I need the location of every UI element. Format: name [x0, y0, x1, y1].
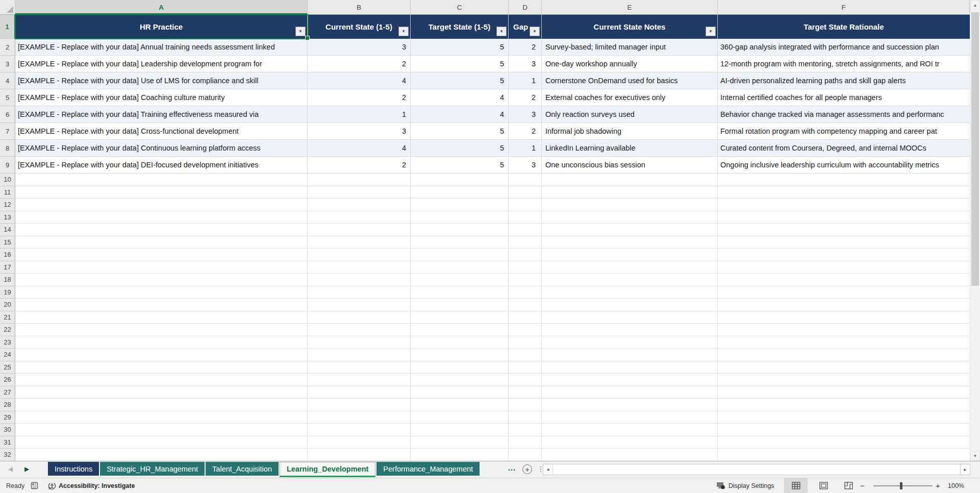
cell-B8[interactable]: 4: [308, 140, 411, 157]
row-header-31[interactable]: 31: [0, 436, 15, 449]
cell-F8[interactable]: Curated content from Coursera, Degreed, …: [718, 140, 970, 157]
cell-D14[interactable]: [509, 224, 542, 236]
row-header-10[interactable]: 10: [0, 174, 15, 186]
cell-E16[interactable]: [542, 249, 718, 261]
cell-B19[interactable]: [308, 286, 411, 299]
cell-D27[interactable]: [509, 386, 542, 399]
cell-B15[interactable]: [308, 236, 411, 249]
cell-B7[interactable]: 3: [308, 123, 411, 140]
cell-A9[interactable]: [EXAMPLE - Replace with your data] DEI-f…: [15, 157, 308, 174]
cell-E32[interactable]: [542, 449, 718, 461]
cell-C20[interactable]: [411, 299, 509, 311]
cell-C30[interactable]: [411, 424, 509, 436]
cell-D20[interactable]: [509, 299, 542, 311]
cell-A19[interactable]: [15, 286, 308, 299]
cell-A11[interactable]: [15, 186, 308, 199]
cell-A23[interactable]: [15, 336, 308, 349]
cell-D13[interactable]: [509, 211, 542, 224]
vertical-scrollbar[interactable]: ▲ ▼: [970, 0, 980, 461]
cell-C32[interactable]: [411, 449, 509, 461]
cell-E8[interactable]: LinkedIn Learning available: [542, 140, 718, 157]
cell-B9[interactable]: 2: [308, 157, 411, 174]
cell-D22[interactable]: [509, 324, 542, 336]
cell-C19[interactable]: [411, 286, 509, 299]
cell-B32[interactable]: [308, 449, 411, 461]
row-header-8[interactable]: 8: [0, 140, 15, 157]
row-header-27[interactable]: 27: [0, 386, 15, 399]
row-header-19[interactable]: 19: [0, 286, 15, 299]
row-header-28[interactable]: 28: [0, 399, 15, 411]
cell-F7[interactable]: Formal rotation program with competency …: [718, 123, 970, 140]
column-header-D[interactable]: D: [509, 0, 542, 14]
cell-D6[interactable]: 3: [509, 106, 542, 123]
cell-B30[interactable]: [308, 424, 411, 436]
cell-D1[interactable]: Gap▼: [509, 15, 542, 39]
column-header-A[interactable]: A: [15, 0, 308, 14]
cell-D9[interactable]: 3: [509, 157, 542, 174]
cell-C7[interactable]: 5: [411, 123, 509, 140]
sheet-tab-strategic_hr_management[interactable]: Strategic_HR_Management: [100, 462, 205, 476]
cell-A22[interactable]: [15, 324, 308, 336]
sheet-nav-right-icon[interactable]: ▶: [24, 465, 29, 473]
cell-B24[interactable]: [308, 349, 411, 361]
row-header-14[interactable]: 14: [0, 224, 15, 236]
row-header-1[interactable]: 1: [0, 15, 15, 39]
cell-D30[interactable]: [509, 424, 542, 436]
row-header-3[interactable]: 3: [0, 56, 15, 72]
row-header-7[interactable]: 7: [0, 123, 15, 140]
cell-E2[interactable]: Survey-based; limited manager input: [542, 39, 718, 56]
cell-E31[interactable]: [542, 436, 718, 449]
cell-F23[interactable]: [718, 336, 970, 349]
cell-C12[interactable]: [411, 199, 509, 211]
cell-C6[interactable]: 4: [411, 106, 509, 123]
filter-dropdown-icon[interactable]: ▼: [706, 27, 716, 36]
cell-B1[interactable]: Current State (1-5)▼: [308, 15, 411, 39]
cell-E30[interactable]: [542, 424, 718, 436]
cell-B11[interactable]: [308, 186, 411, 199]
filter-dropdown-icon[interactable]: ▼: [295, 27, 306, 36]
cell-B13[interactable]: [308, 211, 411, 224]
page-break-preview-button[interactable]: [837, 478, 860, 493]
cell-E20[interactable]: [542, 299, 718, 311]
row-header-9[interactable]: 9: [0, 157, 15, 174]
cell-E21[interactable]: [542, 311, 718, 324]
cell-F26[interactable]: [718, 374, 970, 386]
cell-E5[interactable]: External coaches for executives only: [542, 89, 718, 106]
cell-D29[interactable]: [509, 411, 542, 424]
cell-E9[interactable]: One unconscious bias session: [542, 157, 718, 174]
cell-F29[interactable]: [718, 411, 970, 424]
cell-E7[interactable]: Informal job shadowing: [542, 123, 718, 140]
row-header-2[interactable]: 2: [0, 39, 15, 56]
row-header-30[interactable]: 30: [0, 424, 15, 436]
cell-B17[interactable]: [308, 261, 411, 274]
cell-B18[interactable]: [308, 274, 411, 286]
cell-E11[interactable]: [542, 186, 718, 199]
column-header-C[interactable]: C: [411, 0, 509, 14]
cell-A28[interactable]: [15, 399, 308, 411]
cell-F9[interactable]: Ongoing inclusive leadership curriculum …: [718, 157, 970, 174]
cell-B4[interactable]: 4: [308, 72, 411, 89]
cell-C4[interactable]: 5: [411, 72, 509, 89]
cell-F10[interactable]: [718, 174, 970, 186]
row-header-5[interactable]: 5: [0, 89, 15, 106]
cell-F15[interactable]: [718, 236, 970, 249]
accessibility-status[interactable]: Accessibility: Investigate: [48, 478, 135, 493]
cell-A14[interactable]: [15, 224, 308, 236]
cell-C16[interactable]: [411, 249, 509, 261]
cell-F20[interactable]: [718, 299, 970, 311]
cell-F14[interactable]: [718, 224, 970, 236]
sheet-tab-instructions[interactable]: Instructions: [48, 462, 99, 476]
cell-F21[interactable]: [718, 311, 970, 324]
cell-C25[interactable]: [411, 361, 509, 374]
column-header-B[interactable]: B: [308, 0, 411, 14]
cell-A29[interactable]: [15, 411, 308, 424]
cell-A27[interactable]: [15, 386, 308, 399]
macro-record-icon[interactable]: [31, 478, 38, 493]
cell-D10[interactable]: [509, 174, 542, 186]
cell-C15[interactable]: [411, 236, 509, 249]
cell-D2[interactable]: 2: [509, 39, 542, 56]
cell-E14[interactable]: [542, 224, 718, 236]
cell-C31[interactable]: [411, 436, 509, 449]
row-header-23[interactable]: 23: [0, 336, 15, 349]
cell-A17[interactable]: [15, 261, 308, 274]
